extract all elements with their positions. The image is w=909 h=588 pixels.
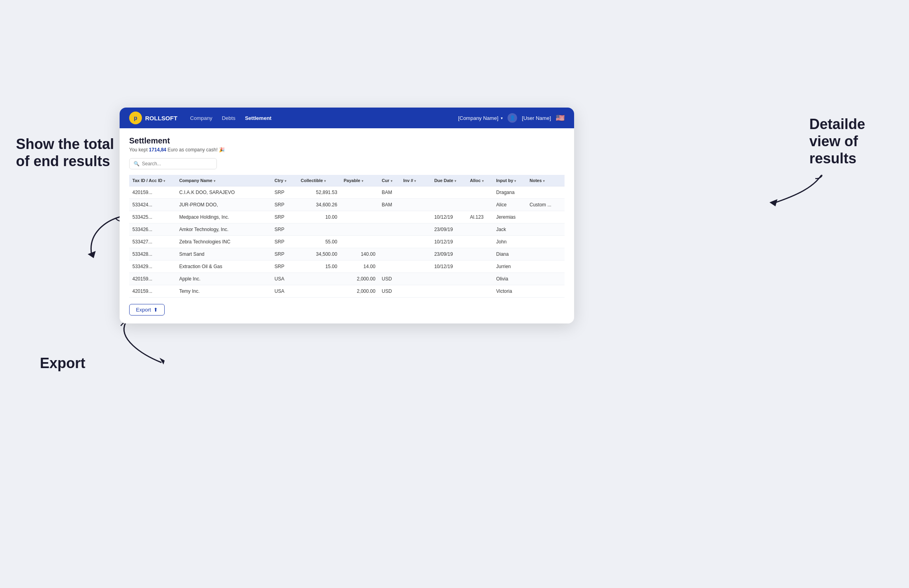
- cell-alloc: [467, 285, 493, 298]
- cell-cur: BAM: [379, 199, 400, 211]
- col-header-collectible[interactable]: Collectible▾: [297, 175, 340, 186]
- cell-company: C.I.A.K DOO, SARAJEVO: [176, 186, 271, 199]
- col-header-inv[interactable]: Inv #▾: [400, 175, 431, 186]
- cell-cur: USD: [379, 285, 400, 298]
- cell-collectible: [297, 285, 340, 298]
- arrow-detail: [758, 171, 837, 219]
- page-subtitle: You kept 1714,84 Euro as company cash! 🎉: [129, 147, 565, 153]
- cell-payable: 2,000.00: [340, 273, 379, 285]
- cell-collectible: 34,600.26: [297, 199, 340, 211]
- cell-notes: [526, 223, 565, 236]
- cell-taxid: 533425...: [129, 211, 176, 223]
- cell-due: 10/12/19: [431, 261, 467, 273]
- cell-cur: [379, 223, 400, 236]
- table-body: 420159...C.I.A.K DOO, SARAJEVOSRP52,891.…: [129, 186, 565, 298]
- cell-ctry: USA: [272, 273, 298, 285]
- cell-notes: [526, 248, 565, 261]
- col-header-input[interactable]: Input by▾: [493, 175, 527, 186]
- annotation-detail: Detailde view of results: [809, 116, 897, 167]
- cell-due: 23/09/19: [431, 223, 467, 236]
- cell-inv: [400, 186, 431, 199]
- cell-ctry: SRP: [272, 248, 298, 261]
- user-name: [User Name]: [522, 115, 551, 121]
- table-row[interactable]: 420159...Temy Inc.USA2,000.00USDVictoria: [129, 285, 565, 298]
- table-row[interactable]: 420159...C.I.A.K DOO, SARAJEVOSRP52,891.…: [129, 186, 565, 199]
- svg-marker-2: [159, 358, 165, 365]
- cell-company: Apple Inc.: [176, 273, 271, 285]
- table-row[interactable]: 533429...Extraction Oil & GasSRP15.0014.…: [129, 261, 565, 273]
- company-selector[interactable]: [Company Name] ▾: [458, 115, 503, 121]
- cell-taxid: 420159...: [129, 186, 176, 199]
- svg-marker-1: [769, 199, 777, 206]
- col-header-ctry[interactable]: Ctry▾: [272, 175, 298, 186]
- col-header-cur[interactable]: Cur▾: [379, 175, 400, 186]
- cell-taxid: 533427...: [129, 236, 176, 248]
- table-row[interactable]: 533427...Zebra Technologies INCSRP55.001…: [129, 236, 565, 248]
- cell-payable: [340, 186, 379, 199]
- cell-cur: BAM: [379, 186, 400, 199]
- cell-taxid: 420159...: [129, 285, 176, 298]
- cell-notes: [526, 261, 565, 273]
- data-table: Tax ID / Acc ID▾ Company Name▾ Ctry▾ Col…: [129, 175, 565, 298]
- cell-inv: [400, 261, 431, 273]
- cell-alloc: [467, 199, 493, 211]
- cell-inv: [400, 273, 431, 285]
- cell-payable: [340, 223, 379, 236]
- col-header-payable[interactable]: Payable▾: [340, 175, 379, 186]
- cell-collectible: [297, 223, 340, 236]
- nav-settlement[interactable]: Settlement: [245, 115, 271, 121]
- cell-inv: [400, 223, 431, 236]
- cell-taxid: 420159...: [129, 273, 176, 285]
- table-row[interactable]: 533424...JUR-PROM DOO,SRP34,600.26BAMAli…: [129, 199, 565, 211]
- cell-ctry: SRP: [272, 223, 298, 236]
- cell-input: Dragana: [493, 186, 527, 199]
- cell-cur: [379, 236, 400, 248]
- col-header-alloc[interactable]: Alloc▾: [467, 175, 493, 186]
- content-area: Settlement You kept 1714,84 Euro as comp…: [120, 128, 574, 323]
- flag-icon: 🇺🇸: [556, 114, 565, 122]
- cell-input: Victoria: [493, 285, 527, 298]
- nav-right: [Company Name] ▾ 👤 [User Name] 🇺🇸: [458, 113, 565, 123]
- col-header-notes[interactable]: Notes▾: [526, 175, 565, 186]
- nav-debts[interactable]: Debts: [222, 115, 235, 121]
- cell-cur: USD: [379, 273, 400, 285]
- cell-notes: Custom ...: [526, 199, 565, 211]
- amount-highlight: 1714,84: [149, 147, 166, 153]
- cell-taxid: 533428...: [129, 248, 176, 261]
- col-header-company[interactable]: Company Name▾: [176, 175, 271, 186]
- cell-collectible: [297, 273, 340, 285]
- table-row[interactable]: 420159...Apple Inc.USA2,000.00USDOlivia: [129, 273, 565, 285]
- cell-taxid: 533429...: [129, 261, 176, 273]
- cell-inv: [400, 211, 431, 223]
- cell-company: Temy Inc.: [176, 285, 271, 298]
- table-row[interactable]: 533426...Amkor Technology, Inc.SRP23/09/…: [129, 223, 565, 236]
- cell-inv: [400, 236, 431, 248]
- cell-input: Diana: [493, 248, 527, 261]
- cell-input: Jack: [493, 223, 527, 236]
- export-button[interactable]: Export ⬆: [129, 304, 165, 316]
- cell-input: Alice: [493, 199, 527, 211]
- search-bar[interactable]: 🔍: [129, 158, 217, 169]
- col-header-due[interactable]: Due Date▾: [431, 175, 467, 186]
- cell-due: [431, 199, 467, 211]
- company-name: [Company Name]: [458, 115, 498, 121]
- cell-notes: [526, 273, 565, 285]
- cell-due: 10/12/19: [431, 211, 467, 223]
- navbar: p ROLLSOFT Company Debts Settlement [Com…: [120, 108, 574, 128]
- col-header-taxid[interactable]: Tax ID / Acc ID▾: [129, 175, 176, 186]
- cell-collectible: 10.00: [297, 211, 340, 223]
- search-icon: 🔍: [134, 161, 140, 167]
- app-name: ROLLSOFT: [145, 115, 177, 122]
- nav-company[interactable]: Company: [190, 115, 212, 121]
- cell-input: Jeremias: [493, 211, 527, 223]
- table-row[interactable]: 533425...Medpace Holdings, Inc.SRP10.001…: [129, 211, 565, 223]
- table-row[interactable]: 533428...Smart SandSRP34,500.00140.0023/…: [129, 248, 565, 261]
- cell-notes: [526, 285, 565, 298]
- cell-alloc: [467, 248, 493, 261]
- cell-company: Zebra Technologies INC: [176, 236, 271, 248]
- cell-due: [431, 273, 467, 285]
- search-input[interactable]: [142, 161, 212, 167]
- cell-input: Olivia: [493, 273, 527, 285]
- cell-collectible: 15.00: [297, 261, 340, 273]
- cell-payable: 2,000.00: [340, 285, 379, 298]
